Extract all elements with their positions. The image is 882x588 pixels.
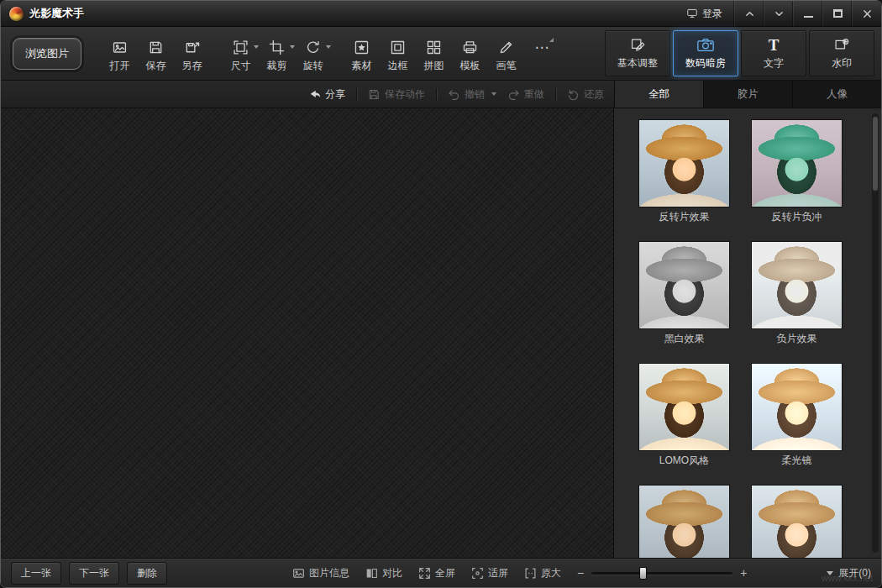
delete-image-button[interactable]: 删除 [127,562,167,585]
minimize-button[interactable] [793,1,822,26]
zoom-slider[interactable] [591,572,732,575]
effect-thumbnail [639,120,729,207]
image-info-icon [292,567,305,580]
zoom-slider-thumb[interactable] [639,567,647,580]
effect-thumbnail [639,486,729,558]
crop-button[interactable]: 裁剪 [259,34,295,73]
nav-buttons: 上一张 下一张 删除 [11,562,167,585]
effect-label: 负片效果 [752,333,842,345]
material-button[interactable]: 素材 [344,34,380,73]
printer-icon [462,39,478,55]
open-button[interactable]: 打开 [102,34,138,73]
adjust-icon [628,37,647,53]
zoom-in-button[interactable]: + [740,567,747,579]
fit-screen-button[interactable]: 适屏 [471,566,508,580]
portrait-photo [752,242,842,328]
effects-panel: 反转片效果 反转片负冲 黑白效果 负片效果 LOMO风格 [614,108,881,558]
user-badge-icon [686,8,698,19]
effect-item[interactable]: 反转片负冲 [752,120,842,223]
undo-dropdown-caret-icon[interactable] [491,92,496,96]
view-controls: 图片信息 对比 全屏 适屏 原大 − [292,566,747,580]
tab-portrait[interactable]: 人像 [792,81,881,108]
effect-item[interactable]: LOMO风格 [639,364,729,467]
titlebar-right: 登录 [675,1,881,26]
effect-item[interactable]: 负片效果 [752,242,842,345]
effect-label: 反转片负冲 [752,211,842,223]
effect-item[interactable] [639,486,729,558]
mode-label: 数码暗房 [685,56,726,71]
effect-thumbnail [752,120,842,207]
effect-item[interactable] [752,486,842,558]
minimize-icon [804,16,813,18]
zoom-out-button[interactable]: − [577,567,584,579]
expand-button[interactable]: 展开(0) [827,566,871,580]
tab-film[interactable]: 胶片 [703,81,792,108]
portrait-photo [639,120,729,207]
original-size-icon [524,567,537,580]
brush-button[interactable]: 画笔 [488,34,524,73]
mode-digital-darkroom[interactable]: 数码暗房 [673,30,738,76]
chevron-down-button[interactable] [764,1,793,26]
open-image-icon [112,39,128,55]
save-action-button[interactable]: 保存动作 [368,87,425,102]
save-button[interactable]: 保存 [138,34,174,73]
previous-image-button[interactable]: 上一张 [11,562,61,585]
redo-button[interactable]: 重做 [507,87,544,102]
separator [555,88,556,101]
status-bar: 上一张 下一张 删除 图片信息 对比 全屏 适屏 原大 [1,558,881,587]
login-label: 登录 [702,7,722,21]
resize-icon [233,39,249,55]
dropdown-caret-icon [326,45,331,49]
fullscreen-button[interactable]: 全屏 [418,566,455,580]
effects-grid: 反转片效果 反转片负冲 黑白效果 负片效果 LOMO风格 [614,108,881,558]
portrait-photo [639,486,729,558]
browse-images-button[interactable]: 浏览图片 [13,38,81,70]
mode-text[interactable]: T 文字 [741,30,806,76]
restore-button[interactable]: 还原 [567,87,604,102]
resize-button[interactable]: 尺寸 [223,34,259,73]
collage-button[interactable]: 拼图 [416,34,452,73]
effect-item[interactable]: 黑白效果 [639,242,729,345]
maximize-button[interactable] [822,1,852,26]
watermark-icon [832,37,851,53]
pencil-icon [498,39,514,55]
restore-icon [567,88,580,101]
chevron-down-icon [774,9,784,18]
main-toolbar: 浏览图片 打开 保存 另存 尺寸 裁剪 [1,27,881,81]
maximize-icon [833,9,843,18]
next-image-button[interactable]: 下一张 [69,562,119,585]
undo-button[interactable]: 撤销 [448,87,496,102]
image-info-button[interactable]: 图片信息 [292,566,349,580]
text-icon: T [769,37,780,53]
scrollbar-thumb[interactable] [873,117,878,191]
original-size-button[interactable]: 原大 [524,566,561,580]
tab-all[interactable]: 全部 [615,81,703,108]
panel-scrollbar[interactable] [872,113,879,553]
undo-icon [448,88,460,101]
tool-group: 打开 保存 另存 尺寸 裁剪 [102,34,560,73]
titlebar-left: 光影魔术手 [9,6,84,21]
login-button[interactable]: 登录 [675,1,734,26]
titlebar: 光影魔术手 登录 [1,1,881,27]
mode-label: 基本调整 [617,56,658,71]
action-items: 分享 保存动作 撤销 重做 还原 [1,81,614,108]
template-button[interactable]: 模板 [452,34,488,73]
effect-item[interactable]: 反转片效果 [639,120,729,223]
save-as-button[interactable]: 另存 [174,34,210,73]
chevron-up-button[interactable] [734,1,764,26]
more-tools-button[interactable]: ⋯ [524,34,560,55]
mode-watermark[interactable]: 水印 [809,30,874,76]
mode-basic-adjust[interactable]: 基本调整 [605,30,670,76]
close-button[interactable] [852,1,881,26]
effect-item[interactable]: 柔光镜 [752,364,842,467]
camera-icon [696,37,715,53]
fullscreen-icon [418,567,431,580]
share-button[interactable]: 分享 [308,87,345,102]
portrait-photo [639,364,729,450]
mode-label: 水印 [832,56,852,71]
save-as-icon [184,39,200,55]
rotate-button[interactable]: 旋转 [295,34,331,73]
compare-button[interactable]: 对比 [365,566,402,580]
border-button[interactable]: 边框 [380,34,416,73]
portrait-photo [752,120,842,207]
